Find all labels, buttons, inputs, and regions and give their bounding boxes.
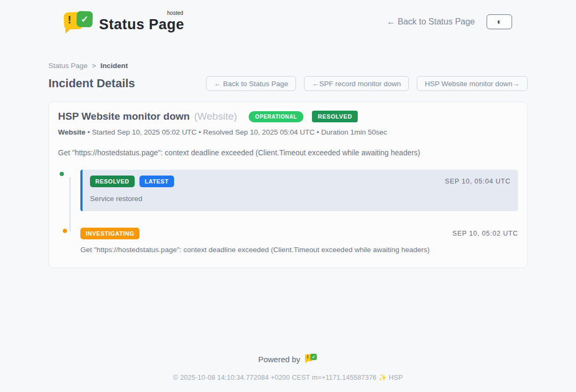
incident-component: (Website)	[194, 111, 237, 122]
mini-logo-exclamation-glyph: !	[307, 355, 309, 360]
breadcrumb-separator: >	[92, 62, 96, 70]
timeline-entry-investigating: INVESTIGATING SEP 10, 05:02 UTC Get "htt…	[80, 228, 518, 254]
theme-toggle-button[interactable]: ◐	[487, 14, 512, 29]
page-title: Incident Details	[48, 77, 135, 90]
title-row: Incident Details ← Back to Status Page ←…	[48, 76, 528, 91]
incident-title-row: HSP Website monitor down (Website) OPERA…	[58, 111, 518, 122]
timeline-dot-investigating	[61, 227, 69, 235]
breadcrumb-root[interactable]: Status Page	[48, 62, 88, 70]
timeline-resolved-badge: RESOLVED	[90, 176, 135, 187]
resolved-state-badge: RESOLVED	[312, 111, 358, 122]
timeline-timestamp: SEP 10, 05:02 UTC	[452, 230, 518, 237]
next-incident-button[interactable]: HSP Website monitor down→	[417, 76, 528, 91]
main-content: Status Page > Incident Incident Details …	[48, 35, 528, 268]
timeline-connector-line	[69, 177, 71, 231]
timeline-message: Get "https://hostedstatus.page": context…	[80, 246, 518, 254]
powered-by-row: Powered by ! ✓	[0, 354, 576, 365]
timeline-timestamp: SEP 10, 05:04 UTC	[445, 178, 511, 185]
hsp-mini-logo-icon[interactable]: ! ✓	[305, 354, 318, 365]
header-actions: ← Back to Status Page ◐	[387, 14, 512, 29]
header: ! ✓ hosted Status Page ← Back to Status …	[0, 0, 576, 35]
previous-incident-button[interactable]: ←SPF record monitor down	[304, 76, 409, 91]
copyright-line: © 2025-10-08 14:10:34.772084 +0200 CEST …	[0, 373, 576, 381]
timeline-latest-badge: LATEST	[139, 176, 174, 187]
timeline-entry-latest: RESOLVED LATEST SEP 10, 05:04 UTC Servic…	[80, 170, 518, 211]
mini-logo-check-square: ✓	[310, 354, 317, 360]
breadcrumb: Status Page > Incident	[48, 62, 528, 70]
timeline-entry-header: INVESTIGATING SEP 10, 05:02 UTC	[80, 228, 518, 239]
status-page-logo-icon: ! ✓	[63, 10, 94, 34]
powered-by-label: Powered by	[258, 355, 300, 364]
footer: Powered by ! ✓ © 2025-10-08 14:10:34.772…	[0, 354, 576, 392]
operational-status-badge: OPERATIONAL	[249, 111, 303, 122]
header-back-to-status-page-link[interactable]: ← Back to Status Page	[387, 17, 475, 27]
app-logo[interactable]: ! ✓ hosted Status Page	[63, 10, 184, 34]
incident-timeline: RESOLVED LATEST SEP 10, 05:04 UTC Servic…	[58, 170, 518, 254]
back-to-status-page-button[interactable]: ← Back to Status Page	[206, 76, 297, 91]
brand-superscript: hosted	[167, 10, 183, 16]
incident-meta-details: • Started Sep 10, 2025 05:02 UTC • Resol…	[86, 128, 388, 136]
incident-description: Get "https://hostedstatus.page": context…	[58, 148, 518, 157]
incident-meta-component: Website	[58, 128, 86, 136]
timeline-entry-header: RESOLVED LATEST SEP 10, 05:04 UTC	[90, 176, 511, 187]
incident-title: HSP Website monitor down	[58, 111, 190, 122]
half-circle-theme-icon: ◐	[497, 18, 502, 26]
logo-exclamation-glyph: !	[68, 14, 71, 25]
timeline-message: Service restored	[90, 195, 511, 203]
incident-card: HSP Website monitor down (Website) OPERA…	[48, 102, 528, 268]
incident-nav-buttons: ← Back to Status Page ←SPF record monito…	[206, 76, 528, 91]
timeline-dot-resolved	[58, 170, 65, 178]
logo-check-square: ✓	[76, 11, 93, 27]
breadcrumb-current: Incident	[100, 62, 128, 70]
brand-name: Status Page	[99, 16, 184, 32]
brand-wordmark: hosted Status Page	[99, 10, 184, 33]
timeline-investigating-badge: INVESTIGATING	[80, 228, 139, 239]
incident-meta: Website • Started Sep 10, 2025 05:02 UTC…	[58, 128, 518, 136]
